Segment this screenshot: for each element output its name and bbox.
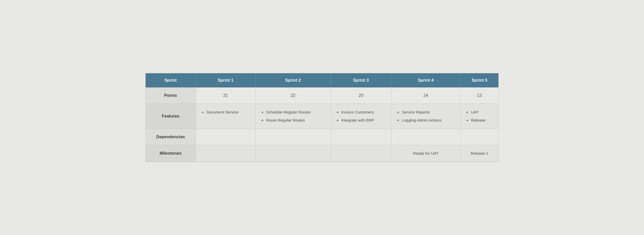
header-sprint5: Sprint 5 [460,73,498,87]
header-sprint3: Sprint 3 [331,73,391,87]
dependencies-sprint3 [331,129,391,145]
dependencies-sprint2 [255,129,331,145]
milestones-sprint1 [196,145,255,161]
header-sprint: Sprint [146,73,196,87]
dependencies-sprint5 [460,129,498,145]
milestones-sprint5: Release 1 [460,145,498,161]
points-sprint1: 21 [196,87,255,104]
points-sprint5: 13 [460,87,498,104]
list-item: Service Reports [397,109,454,115]
features-sprint2: Schedule Regular Routes Route Regular Ro… [255,104,331,129]
milestones-label: Milestones [146,145,196,161]
list-item: Schedule Regular Routes [262,109,325,115]
dependencies-label: Dependencies [146,129,196,145]
features-sprint1: Document Service [196,104,255,129]
list-item: Invoice Customers [337,109,385,115]
list-item: UAT [467,109,492,115]
points-sprint2: 22 [255,87,331,104]
list-item: Release [467,118,492,123]
list-item: Document Service [202,109,249,115]
dependencies-sprint1 [196,129,255,145]
dependencies-row: Dependencies [146,129,498,145]
points-sprint3: 20 [331,87,391,104]
dependencies-sprint4 [391,129,460,145]
milestones-row: Milestones Ready for UAT Release 1 [146,145,498,161]
points-row: Points 21 22 20 24 13 [146,87,498,104]
header-sprint1: Sprint 1 [196,73,255,87]
list-item: Logging Admin Actions [397,118,454,123]
list-item: Route Regular Routes [262,118,325,123]
header-sprint4: Sprint 4 [391,73,460,87]
features-label: Features [146,104,196,129]
points-sprint4: 24 [391,87,460,104]
list-item: Integrate with ERP [337,118,385,123]
milestones-sprint4: Ready for UAT [391,145,460,161]
features-sprint3: Invoice Customers Integrate with ERP [331,104,391,129]
sprint-table: Sprint Sprint 1 Sprint 2 Sprint 3 Sprint… [145,73,499,162]
points-label: Points [146,87,196,104]
features-sprint5: UAT Release [460,104,498,129]
milestones-sprint3 [331,145,391,161]
features-row: Features Document Service Schedule Regul… [146,104,498,129]
milestones-sprint2 [255,145,331,161]
features-sprint4: Service Reports Logging Admin Actions [391,104,460,129]
header-sprint2: Sprint 2 [255,73,331,87]
